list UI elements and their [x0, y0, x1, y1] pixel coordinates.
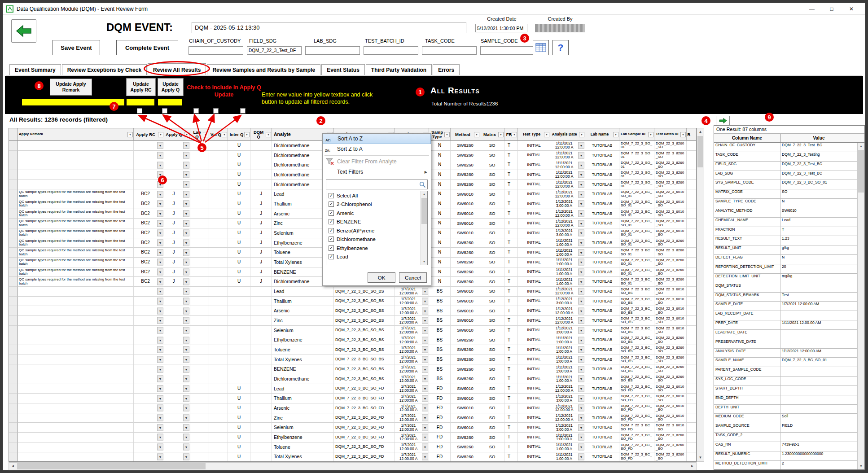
- cell-dropdown-button[interactable]: ▼: [578, 376, 584, 382]
- scrollbar-thumb[interactable]: [858, 150, 864, 193]
- filter-icon[interactable]: ▼: [648, 132, 653, 137]
- scrollbar-thumb[interactable]: [17, 463, 206, 469]
- checkbox-icon[interactable]: ✓: [329, 201, 334, 207]
- cell-dropdown-button[interactable]: ▼: [157, 453, 163, 460]
- filter-icon[interactable]: ▼: [127, 132, 133, 137]
- cell-dropdown-button[interactable]: ▼: [578, 220, 584, 227]
- table-row[interactable]: ▼▼BENZENEDQM_7_22_3_BC_SO_BS1/7/2021 12:…: [9, 364, 696, 374]
- cell-dropdown-button[interactable]: ▼: [157, 269, 163, 276]
- include-checkbox[interactable]: [137, 108, 142, 114]
- table-row[interactable]: ▼▼ThalliumDQM_7_22_3_BC_SO_BS1/7/2021 12…: [9, 297, 696, 307]
- filter-icon[interactable]: ▼: [222, 132, 227, 137]
- cell-dropdown-button[interactable]: ▼: [183, 356, 189, 363]
- cell-dropdown-button[interactable]: ▼: [183, 453, 189, 460]
- table-row[interactable]: ▼▼SeleniumDQM_7_22_3_BC_SO_BS1/7/2021 12…: [9, 326, 696, 336]
- scroll-down-icon[interactable]: ▼: [421, 258, 427, 265]
- filter-icon[interactable]: ▼: [474, 132, 479, 137]
- cell-dropdown-button[interactable]: ▼: [157, 385, 163, 392]
- cell-dropdown-button[interactable]: ▼: [578, 201, 584, 207]
- filter-icon[interactable]: ▼: [544, 132, 549, 137]
- cell-dropdown-button[interactable]: ▼: [157, 162, 163, 168]
- cell-dropdown-button[interactable]: ▼: [422, 346, 428, 353]
- apply-q-value-textbox[interactable]: [158, 98, 183, 106]
- column-header-rc[interactable]: Apply RC▼: [134, 128, 164, 141]
- cancel-button[interactable]: Cancel: [399, 272, 427, 283]
- cell-dropdown-button[interactable]: ▼: [578, 307, 584, 314]
- checkbox-icon[interactable]: ✓: [329, 210, 334, 216]
- filter-value-item[interactable]: ✓Benzo(A)Pyrene: [326, 226, 427, 235]
- cell-dropdown-button[interactable]: ▼: [578, 444, 584, 451]
- cell-dropdown-button[interactable]: ▼: [422, 366, 428, 372]
- cell-dropdown-button[interactable]: ▼: [157, 337, 163, 343]
- cell-dropdown-button[interactable]: ▼: [422, 395, 428, 402]
- column-header-stype[interactable]: Samp Type▼: [429, 128, 451, 141]
- table-row[interactable]: ▼▼USeleniumDQM_7_22_3_BC_SO_FD1/7/2021 1…: [9, 423, 696, 433]
- cell-dropdown-button[interactable]: ▼: [422, 356, 428, 363]
- cell-dropdown-button[interactable]: ▼: [157, 230, 163, 236]
- cell-dropdown-button[interactable]: ▼: [157, 240, 163, 246]
- scrollbar-thumb[interactable]: [697, 136, 703, 167]
- cell-dropdown-button[interactable]: ▼: [578, 142, 584, 149]
- column-header-ttype[interactable]: Test Type▼: [518, 128, 550, 141]
- cell-dropdown-button[interactable]: ▼: [183, 220, 189, 227]
- cell-dropdown-button[interactable]: ▼: [578, 162, 584, 168]
- lab-sdg-input[interactable]: [305, 46, 360, 55]
- cell-dropdown-button[interactable]: ▼: [183, 249, 189, 256]
- cell-dropdown-button[interactable]: ▼: [578, 356, 584, 363]
- event-name-input[interactable]: [192, 22, 466, 33]
- table-row[interactable]: ▼▼ULeadDQM_7_22_3_BC_SO_FD1/7/2021 12:00…: [9, 384, 696, 394]
- column-header-batch[interactable]: Test Batch ID▼: [654, 128, 687, 141]
- table-row[interactable]: ▼▼DichloromethaneDQM_7_22_3_BC_SO_BS1/7/…: [9, 374, 696, 384]
- cell-dropdown-button[interactable]: ▼: [578, 191, 584, 197]
- complete-event-button[interactable]: Complete Event: [116, 40, 178, 55]
- update-apply-remark-button[interactable]: Update Apply Remark: [50, 79, 92, 96]
- cell-dropdown-button[interactable]: ▼: [578, 424, 584, 431]
- checkbox-icon[interactable]: ✓: [329, 254, 334, 259]
- cell-dropdown-button[interactable]: ▼: [578, 269, 584, 276]
- test-batch-id-input[interactable]: [364, 46, 418, 55]
- cell-dropdown-button[interactable]: ▼: [157, 152, 163, 159]
- tab-event-status[interactable]: Event Status: [321, 64, 365, 75]
- table-row[interactable]: ▼▼Total XylenesDQM_7_22_3_BC_SO_BS1/7/20…: [9, 355, 696, 365]
- filter-icon[interactable]: ▼: [203, 132, 208, 137]
- cell-dropdown-button[interactable]: ▼: [183, 278, 189, 285]
- cell-dropdown-button[interactable]: ▼: [578, 453, 584, 460]
- filter-icon[interactable]: ▼: [244, 132, 250, 137]
- cell-dropdown-button[interactable]: ▼: [578, 249, 584, 256]
- cell-dropdown-button[interactable]: ▼: [578, 298, 584, 305]
- filter-value-item[interactable]: ✓Lead: [326, 253, 427, 262]
- cell-dropdown-button[interactable]: ▼: [183, 337, 189, 343]
- cell-dropdown-button[interactable]: ▼: [183, 142, 189, 149]
- menu-item-clear-filter[interactable]: Clear Filter From Analyte: [323, 157, 431, 167]
- filter-search-input[interactable]: [326, 180, 427, 189]
- cell-dropdown-button[interactable]: ▼: [157, 259, 163, 266]
- minimize-button[interactable]: —: [802, 3, 822, 15]
- column-header-remark[interactable]: Apply Remark▼: [18, 128, 134, 141]
- include-checkbox[interactable]: [240, 108, 245, 114]
- cell-dropdown-button[interactable]: ▼: [578, 317, 584, 324]
- cell-dropdown-button[interactable]: ▼: [183, 317, 189, 324]
- tab-review-all-results[interactable]: Review All Results: [148, 63, 206, 75]
- cell-dropdown-button[interactable]: ▼: [183, 395, 189, 402]
- tab-review-samples-and-results-by-sample[interactable]: Review Samples and Results by Sample: [207, 64, 320, 75]
- column-header-adate[interactable]: Analysis Date▼: [550, 128, 585, 141]
- cell-dropdown-button[interactable]: ▼: [183, 201, 189, 207]
- cell-dropdown-button[interactable]: ▼: [183, 405, 189, 412]
- column-header-q[interactable]: Apply Q▼: [164, 128, 190, 141]
- checkbox-icon[interactable]: ✓: [329, 245, 334, 251]
- cell-dropdown-button[interactable]: ▼: [157, 317, 163, 324]
- cell-dropdown-button[interactable]: ▼: [578, 230, 584, 236]
- grid-horizontal-scrollbar[interactable]: ◄ ►: [9, 462, 697, 470]
- filter-value-item[interactable]: ✓Arsenic: [326, 209, 427, 218]
- cell-dropdown-button[interactable]: ▼: [183, 210, 189, 217]
- table-row[interactable]: ▼▼ArsenicDQM_7_22_3_BC_SO_BS1/7/2021 12:…: [9, 306, 696, 316]
- filter-icon[interactable]: ▼: [613, 132, 618, 137]
- chain-of-custody-input[interactable]: [189, 46, 243, 55]
- column-header-dqmq[interactable]: DQM Q▼: [250, 128, 272, 141]
- cell-dropdown-button[interactable]: ▼: [157, 415, 163, 421]
- cell-dropdown-button[interactable]: ▼: [157, 356, 163, 363]
- cell-dropdown-button[interactable]: ▼: [422, 376, 428, 382]
- filter-icon[interactable]: ▼: [579, 132, 584, 137]
- cell-dropdown-button[interactable]: ▼: [578, 395, 584, 402]
- close-button[interactable]: ✕: [842, 3, 861, 15]
